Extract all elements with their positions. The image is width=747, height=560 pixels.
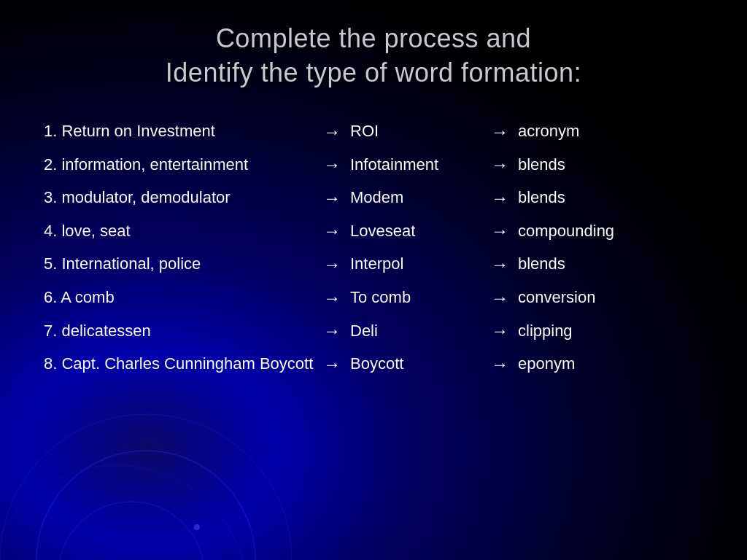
item-left-text: 5. International, police [44,253,314,276]
item-left-text: 2. information, entertainment [44,154,314,176]
arrow-icon-2: → [481,252,518,277]
item-left-text: 6. A comb [44,287,314,309]
arrow-icon: → [314,352,350,377]
item-type-text: blends [518,154,664,176]
item-left-text: 3. modulator, demodulator [44,187,314,209]
items-list: 1. Return on Investment→ROI→acronym2. in… [44,120,703,538]
table-row: 5. International, police→Interpol→blends [44,252,703,277]
arrow-icon-2: → [481,120,518,144]
item-type-text: clipping [518,320,664,343]
arrow-icon: → [314,319,350,343]
item-type-text: acronym [518,120,664,143]
arrow-icon: → [314,152,350,177]
item-result-text: Interpol [350,253,481,276]
item-type-text: conversion [518,287,664,309]
table-row: 2. information, entertainment→Infotainme… [44,152,703,177]
item-type-text: blends [518,187,664,209]
arrow-icon: → [314,252,350,277]
arrow-icon-2: → [481,352,518,377]
item-result-text: Modem [350,187,481,209]
main-content: Complete the process and Identify the ty… [0,0,747,560]
arrow-icon: → [314,186,350,211]
item-result-text: Deli [350,320,481,343]
item-type-text: compounding [518,220,664,243]
item-result-text: ROI [350,120,481,143]
table-row: 6. A comb→To comb→conversion [44,286,703,311]
arrow-icon-2: → [481,319,518,343]
title-line1: Complete the process and [44,22,703,56]
arrow-icon-2: → [481,186,518,211]
item-type-text: eponym [518,353,664,376]
item-result-text: Boycott [350,353,481,376]
item-result-text: Loveseat [350,220,481,243]
slide-title: Complete the process and Identify the ty… [44,22,703,90]
item-left-text: 4. love, seat [44,220,314,243]
item-result-text: Infotainment [350,154,481,176]
table-row: 3. modulator, demodulator→Modem→blends [44,186,703,211]
item-left-text: 7. delicatessen [44,320,314,343]
table-row: 7. delicatessen→Deli→clipping [44,319,703,343]
item-left-text: 1. Return on Investment [44,120,314,143]
item-result-text: To comb [350,287,481,309]
table-row: 1. Return on Investment→ROI→acronym [44,120,703,144]
arrow-icon-2: → [481,219,518,244]
table-row: 8. Capt. Charles Cunningham Boycott→Boyc… [44,352,703,377]
arrow-icon-2: → [481,286,518,311]
arrow-icon: → [314,286,350,311]
title-line2: Identify the type of word formation: [44,56,703,90]
arrow-icon: → [314,120,350,144]
item-left-text: 8. Capt. Charles Cunningham Boycott [44,353,314,376]
item-type-text: blends [518,253,664,276]
table-row: 4. love, seat→Loveseat→compounding [44,219,703,244]
arrow-icon: → [314,219,350,244]
arrow-icon-2: → [481,152,518,177]
